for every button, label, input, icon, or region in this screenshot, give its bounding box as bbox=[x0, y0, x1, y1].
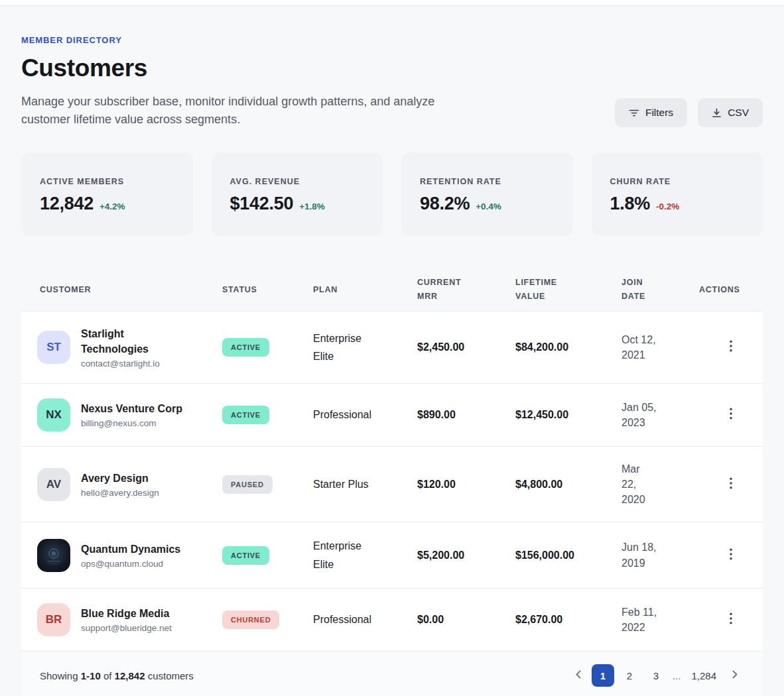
page-title: Customers bbox=[21, 54, 449, 82]
stat-label: ACTIVE MEMBERS bbox=[40, 177, 174, 186]
status-badge: PAUSED bbox=[222, 475, 273, 494]
customer-name: Blue Ridge Media bbox=[81, 606, 172, 621]
customer-name: Quantum Dynamics bbox=[81, 542, 180, 557]
customer-email: billing@nexus.com bbox=[81, 418, 182, 428]
avatar: ST bbox=[37, 331, 70, 364]
lifetime-value: $2,670.00 bbox=[515, 614, 562, 625]
company-logo bbox=[37, 539, 70, 572]
stat-value: 98.2% bbox=[420, 194, 470, 214]
current-mrr-value: $120.00 bbox=[417, 479, 456, 490]
row-actions-menu-button[interactable] bbox=[723, 607, 739, 632]
row-actions-menu-button[interactable] bbox=[723, 335, 739, 359]
table-footer: Showing 1-10 of 12,842 customers 1 2 3 .… bbox=[21, 651, 763, 696]
lifetime-value: $4,800.00 bbox=[515, 479, 562, 490]
column-header-customer: CUSTOMER bbox=[21, 283, 222, 297]
plan-label: Professional bbox=[313, 406, 371, 424]
kebab-icon bbox=[730, 612, 732, 626]
row-actions-menu-button[interactable] bbox=[723, 472, 739, 496]
current-mrr-value: $890.00 bbox=[417, 409, 456, 420]
lifetime-value: $12,450.00 bbox=[515, 409, 568, 420]
page-button-1[interactable]: 1 bbox=[592, 664, 614, 687]
avatar-initials: ST bbox=[46, 341, 61, 354]
plan-label: Enterprise Elite bbox=[313, 537, 377, 573]
toolbar: Filters CSV bbox=[615, 98, 763, 129]
pagination: 1 2 3 ... 1,284 bbox=[569, 664, 744, 687]
lifetime-value: $84,200.00 bbox=[515, 341, 568, 353]
csv-export-button[interactable]: CSV bbox=[698, 98, 763, 127]
stat-card-churn-rate: CHURN RATE 1.8% -0.2% bbox=[592, 152, 763, 236]
join-date: Oct 12, 2021 bbox=[621, 332, 663, 363]
table-row: AV Avery Design hello@avery.design PAUSE… bbox=[21, 446, 763, 522]
join-date: Mar 22, 2020 bbox=[621, 461, 651, 508]
page-description: Manage your subscriber base, monitor ind… bbox=[21, 93, 449, 129]
kebab-icon bbox=[730, 477, 732, 491]
table-row: Quantum Dynamics ops@quantum.cloud ACTIV… bbox=[21, 522, 763, 587]
column-header-lifetime-value: LIFETIME VALUE bbox=[515, 276, 562, 304]
stat-value: $142.50 bbox=[230, 194, 294, 214]
pagination-ellipsis: ... bbox=[671, 670, 683, 681]
filters-button[interactable]: Filters bbox=[615, 98, 687, 127]
status-badge: CHURNED bbox=[222, 610, 279, 629]
join-date: Jan 05, 2023 bbox=[621, 400, 663, 430]
stat-card-retention-rate: RETENTION RATE 98.2% +0.4% bbox=[401, 152, 573, 236]
stat-delta: +4.2% bbox=[99, 202, 125, 211]
avatar: NX bbox=[37, 398, 70, 432]
customer-email: support@blueridge.net bbox=[81, 623, 172, 633]
current-mrr-value: $5,200.00 bbox=[417, 550, 464, 561]
customer-name: Avery Design bbox=[81, 471, 159, 486]
plan-label: Starter Plus bbox=[313, 475, 369, 493]
previous-page-button[interactable] bbox=[569, 666, 588, 685]
avatar: AV bbox=[37, 468, 70, 501]
customer-email: hello@avery.design bbox=[81, 488, 159, 498]
stat-delta: -0.2% bbox=[656, 202, 679, 211]
stat-delta: +0.4% bbox=[476, 202, 501, 211]
page-button-last[interactable]: 1,284 bbox=[686, 664, 722, 687]
plan-label: Enterprise Elite bbox=[313, 329, 377, 365]
results-range: 1-10 bbox=[81, 670, 101, 681]
plan-label: Professional bbox=[313, 610, 371, 628]
customer-email: contact@starlight.io bbox=[81, 359, 184, 369]
download-icon bbox=[712, 108, 722, 118]
status-badge: ACTIVE bbox=[222, 338, 269, 357]
table-row: BR Blue Ridge Media support@blueridge.ne… bbox=[21, 588, 763, 651]
column-header-plan: PLAN bbox=[313, 283, 417, 297]
status-badge: ACTIVE bbox=[222, 406, 269, 424]
current-mrr-value: $0.00 bbox=[417, 614, 444, 625]
filter-icon bbox=[629, 108, 639, 117]
row-actions-menu-button[interactable] bbox=[723, 402, 739, 427]
page-button-3[interactable]: 3 bbox=[645, 664, 667, 687]
column-header-join-date: JOIN DATE bbox=[621, 276, 668, 304]
kebab-icon bbox=[730, 408, 732, 422]
avatar: BR bbox=[37, 603, 70, 636]
current-mrr-value: $2,450.00 bbox=[417, 341, 464, 353]
status-badge: ACTIVE bbox=[222, 546, 269, 565]
stat-card-avg-revenue: AVG. REVENUE $142.50 +1.8% bbox=[212, 152, 383, 236]
table-row: ST Starlight Technologies contact@starli… bbox=[21, 311, 763, 383]
stat-delta: +1.8% bbox=[299, 202, 325, 211]
breadcrumb-eyebrow: MEMBER DIRECTORY bbox=[21, 35, 449, 45]
page-header: MEMBER DIRECTORY Customers Manage your s… bbox=[21, 35, 763, 129]
avatar-initials: AV bbox=[46, 478, 61, 491]
next-page-button[interactable] bbox=[726, 666, 744, 685]
row-actions-menu-button[interactable] bbox=[723, 543, 739, 567]
customer-name: Nexus Venture Corp bbox=[81, 401, 182, 416]
stat-label: RETENTION RATE bbox=[420, 177, 555, 186]
stat-value: 1.8% bbox=[610, 194, 650, 214]
avatar-initials: NX bbox=[46, 408, 62, 422]
stat-label: CHURN RATE bbox=[610, 177, 745, 186]
csv-button-label: CSV bbox=[728, 107, 749, 119]
column-header-status: STATUS bbox=[222, 283, 313, 297]
stat-card-active-members: ACTIVE MEMBERS 12,842 +4.2% bbox=[21, 152, 193, 236]
header-text-block: MEMBER DIRECTORY Customers Manage your s… bbox=[21, 35, 449, 129]
avatar-initials: BR bbox=[46, 613, 62, 626]
top-bar bbox=[0, 0, 784, 6]
kebab-icon bbox=[730, 548, 732, 562]
column-header-actions: ACTIONS bbox=[699, 283, 763, 297]
customer-name: Starlight Technologies bbox=[81, 326, 184, 357]
column-header-current-mrr: CURRENT MRR bbox=[417, 276, 464, 304]
table-header-row: CUSTOMER STATUS PLAN CURRENT MRR LIFETIM… bbox=[21, 269, 763, 311]
join-date: Jun 18, 2019 bbox=[621, 540, 663, 570]
table-row: NX Nexus Venture Corp billing@nexus.com … bbox=[21, 383, 763, 446]
results-summary: Showing 1-10 of 12,842 customers bbox=[40, 670, 194, 681]
page-button-2[interactable]: 2 bbox=[618, 664, 641, 687]
